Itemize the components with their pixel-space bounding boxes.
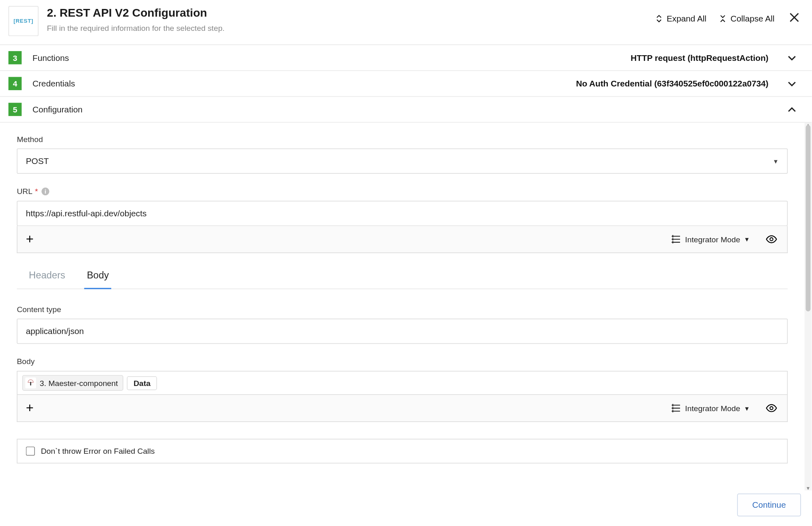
preview-button[interactable]: [757, 231, 779, 248]
body-block: Body 3. Maester-component Data +: [17, 357, 788, 422]
content-type-value: application/json: [26, 326, 84, 336]
integrator-mode-toggle[interactable]: Integrator Mode ▼: [671, 403, 750, 414]
list-icon: [671, 234, 682, 245]
add-mapping-button[interactable]: +: [26, 401, 34, 415]
list-icon: [671, 403, 682, 414]
section-functions[interactable]: 3 Functions HTTP request (httpRequestAct…: [0, 45, 812, 71]
page-subtitle: Fill in the required information for the…: [47, 23, 646, 32]
preview-button[interactable]: [757, 400, 779, 416]
header-actions: Expand All Collapse All: [654, 12, 801, 26]
content-type-label: Content type: [17, 305, 788, 314]
body-field-toolbar: + Integrator Mode ▼: [17, 395, 788, 422]
expand-all-icon: [654, 15, 663, 23]
close-icon[interactable]: [786, 12, 801, 26]
chevron-down-icon: [786, 78, 797, 89]
step-number-badge: 5: [9, 103, 22, 116]
tab-headers[interactable]: Headers: [26, 266, 67, 289]
svg-point-16: [770, 407, 773, 410]
section-label: Credentials: [32, 79, 75, 88]
panel-footer: Continue: [0, 484, 812, 526]
continue-button[interactable]: Continue: [737, 494, 801, 516]
dont-throw-error-row[interactable]: Don`t throw Error on Failed Calls: [17, 439, 788, 463]
method-value: POST: [26, 156, 49, 166]
caret-down-icon: ▼: [773, 158, 779, 164]
panel-header: [REST] 2. REST API V2 Configuration Fill…: [0, 0, 812, 45]
step-number-badge: 4: [9, 77, 22, 91]
body-data-chip[interactable]: Data: [127, 376, 157, 390]
caret-down-icon: ▼: [744, 236, 750, 242]
collapse-all-icon: [719, 15, 727, 23]
required-indicator: *: [35, 188, 38, 195]
chevron-down-icon: [786, 52, 797, 63]
integrator-mode-label: Integrator Mode: [685, 235, 740, 244]
title-block: 2. REST API V2 Configuration Fill in the…: [47, 6, 646, 32]
rest-api-icon: [REST]: [9, 6, 39, 36]
body-mapping-chip[interactable]: 3. Maester-component: [22, 375, 123, 391]
collapse-all-button[interactable]: Collapse All: [719, 14, 775, 24]
section-label: Configuration: [32, 105, 82, 114]
content-type-input[interactable]: application/json: [17, 319, 788, 344]
tab-body[interactable]: Body: [84, 266, 111, 289]
page-title: 2. REST API V2 Configuration: [47, 6, 646, 21]
url-field-toolbar: + Integrator Mode ▼: [17, 226, 788, 253]
url-input[interactable]: https://api.restful-api.dev/objects: [17, 201, 788, 226]
method-label: Method: [17, 135, 788, 144]
url-label: URL* i: [17, 187, 788, 196]
body-input[interactable]: 3. Maester-component Data: [17, 371, 788, 395]
content-type-block: Content type application/json: [17, 305, 788, 344]
body-label: Body: [17, 357, 788, 366]
add-mapping-button[interactable]: +: [26, 233, 34, 246]
request-tabs: Headers Body: [17, 266, 788, 289]
integrator-mode-toggle[interactable]: Integrator Mode ▼: [671, 234, 750, 245]
step-number-badge: 3: [9, 51, 22, 65]
url-value: https://api.restful-api.dev/objects: [26, 209, 147, 218]
caret-down-icon: ▼: [744, 405, 750, 411]
method-field: Method POST ▼: [17, 135, 788, 174]
expand-all-button[interactable]: Expand All: [654, 14, 706, 24]
scrollbar[interactable]: ▲ ▼: [805, 123, 812, 490]
svg-rect-9: [30, 382, 31, 386]
section-label: Functions: [32, 53, 69, 63]
url-label-text: URL: [17, 187, 32, 196]
body-chip-step-label: 3. Maester-component: [40, 378, 118, 387]
expand-all-label: Expand All: [667, 14, 706, 24]
integrator-mode-label: Integrator Mode: [685, 403, 740, 412]
dont-throw-error-label: Don`t throw Error on Failed Calls: [41, 446, 155, 455]
configuration-panel: Method POST ▼ URL* i https://api.restful…: [0, 123, 812, 490]
chevron-up-icon: [786, 104, 797, 115]
section-configuration[interactable]: 5 Configuration: [0, 97, 812, 123]
svg-point-8: [770, 238, 773, 241]
section-credentials[interactable]: 4 Credentials No Auth Credential (63f340…: [0, 71, 812, 97]
method-select[interactable]: POST ▼: [17, 149, 788, 174]
url-field-block: URL* i https://api.restful-api.dev/objec…: [17, 187, 788, 253]
collapse-all-label: Collapse All: [730, 14, 774, 24]
component-icon: [25, 377, 36, 388]
section-summary: HTTP request (httpRequestAction): [631, 53, 768, 63]
dont-throw-error-checkbox[interactable]: [26, 446, 35, 455]
info-icon[interactable]: i: [41, 188, 49, 195]
section-summary: No Auth Credential (63f340525ef0c000122a…: [576, 79, 769, 88]
scrollbar-thumb[interactable]: [806, 125, 811, 311]
